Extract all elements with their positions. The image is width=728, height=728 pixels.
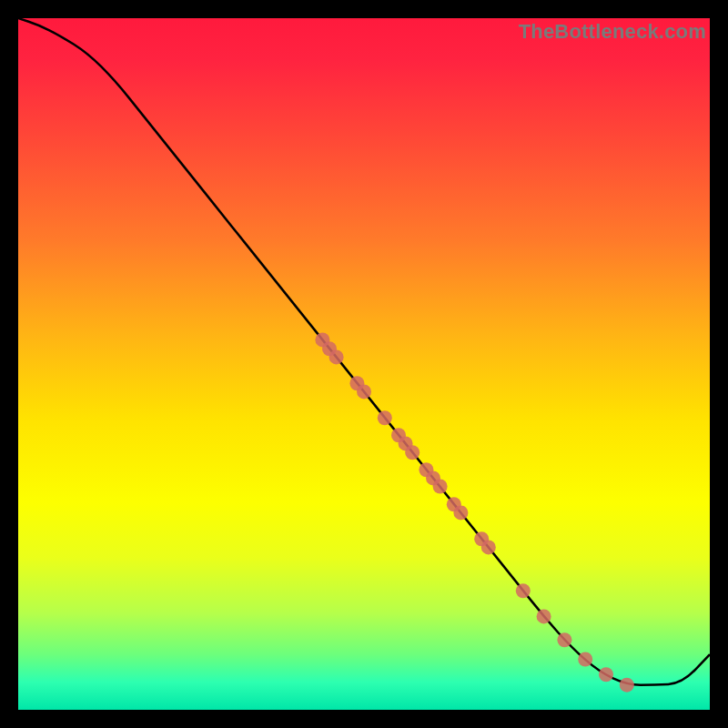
data-point xyxy=(329,349,344,364)
data-point xyxy=(481,540,496,554)
data-point xyxy=(620,678,634,693)
data-point xyxy=(378,410,392,425)
data-point xyxy=(357,384,371,399)
data-point xyxy=(405,445,420,460)
gradient-background xyxy=(18,18,710,710)
data-point xyxy=(433,480,448,494)
data-point xyxy=(599,667,613,682)
data-point xyxy=(578,652,592,667)
data-point xyxy=(453,505,468,520)
chart-stage: TheBottleneck.com xyxy=(0,0,728,728)
chart-svg xyxy=(18,18,710,710)
data-point xyxy=(537,609,551,623)
data-point xyxy=(557,632,571,647)
plot-area: TheBottleneck.com xyxy=(18,18,710,710)
watermark-text: TheBottleneck.com xyxy=(519,20,706,44)
data-point xyxy=(516,583,531,598)
